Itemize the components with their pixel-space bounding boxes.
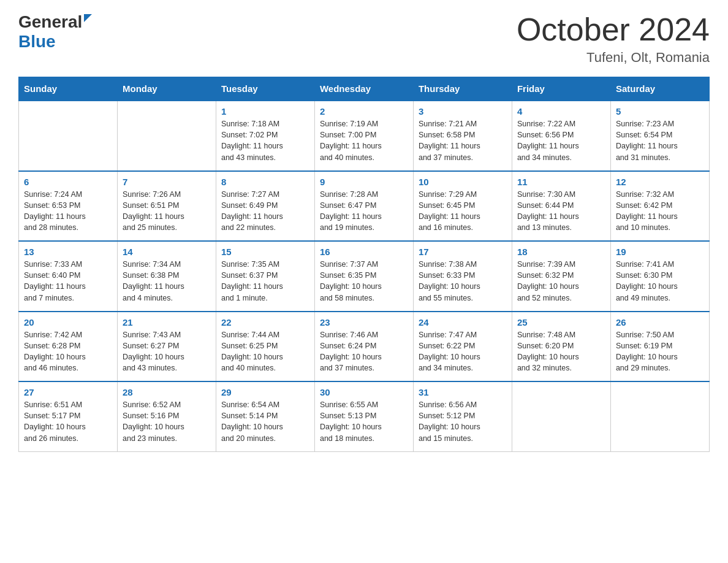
day-info: Sunset: 6:56 PM <box>517 129 605 140</box>
week-row-3: 13Sunrise: 7:33 AMSunset: 6:40 PMDayligh… <box>19 241 710 312</box>
day-info: Sunset: 5:17 PM <box>24 410 112 421</box>
day-number: 2 <box>320 106 408 117</box>
day-info: Sunset: 6:54 PM <box>616 129 704 140</box>
day-info: and 18 minutes. <box>320 433 408 444</box>
week-row-4: 20Sunrise: 7:42 AMSunset: 6:28 PMDayligh… <box>19 312 710 382</box>
day-info: and 25 minutes. <box>123 222 211 233</box>
day-info: Daylight: 10 hours <box>123 421 211 432</box>
header-sunday: Sunday <box>19 77 118 101</box>
day-info: Sunset: 6:53 PM <box>24 200 112 211</box>
day-info: and 13 minutes. <box>517 222 605 233</box>
day-info: Sunrise: 7:44 AM <box>221 329 309 340</box>
day-info: Sunset: 5:13 PM <box>320 410 408 421</box>
day-number: 1 <box>221 106 309 117</box>
day-number: 25 <box>517 317 605 327</box>
day-info: and 22 minutes. <box>221 222 309 233</box>
day-info: and 40 minutes. <box>320 152 408 163</box>
day-info: Daylight: 11 hours <box>221 140 309 151</box>
day-info: Sunset: 6:44 PM <box>517 200 605 211</box>
calendar-cell: 4Sunrise: 7:22 AMSunset: 6:56 PMDaylight… <box>512 101 610 171</box>
calendar-cell: 8Sunrise: 7:27 AMSunset: 6:49 PMDaylight… <box>216 171 314 242</box>
day-number: 11 <box>517 177 605 187</box>
calendar-cell: 10Sunrise: 7:29 AMSunset: 6:45 PMDayligh… <box>413 171 512 242</box>
day-info: and 40 minutes. <box>221 362 309 373</box>
header-monday: Monday <box>117 77 216 101</box>
day-info: Sunset: 6:40 PM <box>24 270 112 281</box>
day-info: Sunrise: 7:18 AM <box>221 118 309 129</box>
logo-blue-text: Blue <box>18 32 92 52</box>
day-number: 28 <box>123 387 211 397</box>
day-info: Daylight: 11 hours <box>221 281 309 292</box>
day-info: Daylight: 10 hours <box>517 281 605 292</box>
day-info: Daylight: 10 hours <box>517 351 605 362</box>
day-info: Sunrise: 7:19 AM <box>320 118 408 129</box>
day-info: Daylight: 11 hours <box>24 281 112 292</box>
logo-general-text: General <box>18 12 92 32</box>
day-info: Sunset: 6:20 PM <box>517 340 605 351</box>
day-info: and 49 minutes. <box>616 293 704 304</box>
day-number: 4 <box>517 106 605 117</box>
day-info: Sunset: 6:51 PM <box>123 200 211 211</box>
day-info: Sunrise: 7:22 AM <box>517 118 605 129</box>
header-wednesday: Wednesday <box>314 77 413 101</box>
calendar-cell: 25Sunrise: 7:48 AMSunset: 6:20 PMDayligh… <box>512 312 610 382</box>
day-info: and 52 minutes. <box>517 293 605 304</box>
day-info: Sunrise: 7:35 AM <box>221 259 309 270</box>
day-info: Daylight: 10 hours <box>419 351 507 362</box>
calendar-cell: 21Sunrise: 7:43 AMSunset: 6:27 PMDayligh… <box>117 312 216 382</box>
calendar-table: Sunday Monday Tuesday Wednesday Thursday… <box>18 77 710 452</box>
calendar-cell: 19Sunrise: 7:41 AMSunset: 6:30 PMDayligh… <box>610 241 709 312</box>
day-info: Daylight: 10 hours <box>24 351 112 362</box>
day-number: 18 <box>517 247 605 257</box>
day-number: 3 <box>419 106 507 117</box>
day-info: Daylight: 10 hours <box>419 421 507 432</box>
day-info: Daylight: 10 hours <box>320 281 408 292</box>
day-number: 16 <box>320 247 408 257</box>
day-number: 23 <box>320 317 408 327</box>
calendar-cell: 30Sunrise: 6:55 AMSunset: 5:13 PMDayligh… <box>314 381 413 451</box>
day-info: Daylight: 10 hours <box>616 351 704 362</box>
calendar-cell: 29Sunrise: 6:54 AMSunset: 5:14 PMDayligh… <box>216 381 314 451</box>
day-info: Sunset: 6:22 PM <box>419 340 507 351</box>
calendar-cell: 27Sunrise: 6:51 AMSunset: 5:17 PMDayligh… <box>19 381 118 451</box>
day-info: Daylight: 11 hours <box>616 140 704 151</box>
day-info: Daylight: 10 hours <box>221 421 309 432</box>
day-info: and 43 minutes. <box>123 362 211 373</box>
day-info: Sunrise: 7:29 AM <box>419 189 507 200</box>
day-info: and 1 minute. <box>221 293 309 304</box>
day-info: Sunrise: 7:27 AM <box>221 189 309 200</box>
day-info: Sunrise: 7:43 AM <box>123 329 211 340</box>
day-info: Sunrise: 7:48 AM <box>517 329 605 340</box>
calendar-cell: 6Sunrise: 7:24 AMSunset: 6:53 PMDaylight… <box>19 171 118 242</box>
day-info: Daylight: 11 hours <box>123 211 211 222</box>
day-info: Sunset: 7:02 PM <box>221 129 309 140</box>
day-number: 9 <box>320 177 408 187</box>
day-info: Sunrise: 7:34 AM <box>123 259 211 270</box>
day-info: Sunset: 6:42 PM <box>616 200 704 211</box>
day-info: Sunset: 5:16 PM <box>123 410 211 421</box>
day-info: Sunset: 6:24 PM <box>320 340 408 351</box>
day-info: and 55 minutes. <box>419 293 507 304</box>
day-info: and 37 minutes. <box>419 152 507 163</box>
day-info: and 46 minutes. <box>24 362 112 373</box>
day-info: Daylight: 11 hours <box>517 140 605 151</box>
calendar-cell: 17Sunrise: 7:38 AMSunset: 6:33 PMDayligh… <box>413 241 512 312</box>
day-number: 10 <box>419 177 507 187</box>
day-number: 13 <box>24 247 112 257</box>
day-info: Sunrise: 6:54 AM <box>221 399 309 410</box>
day-info: Sunrise: 7:37 AM <box>320 259 408 270</box>
day-info: Sunrise: 7:46 AM <box>320 329 408 340</box>
logo: General Blue <box>18 12 92 52</box>
day-info: Sunrise: 7:23 AM <box>616 118 704 129</box>
header-thursday: Thursday <box>413 77 512 101</box>
day-info: Sunset: 6:30 PM <box>616 270 704 281</box>
day-info: Sunset: 5:12 PM <box>419 410 507 421</box>
day-info: and 31 minutes. <box>616 152 704 163</box>
day-info: Daylight: 11 hours <box>517 211 605 222</box>
day-info: Sunrise: 7:47 AM <box>419 329 507 340</box>
calendar-cell: 5Sunrise: 7:23 AMSunset: 6:54 PMDaylight… <box>610 101 709 171</box>
day-info: Sunrise: 7:33 AM <box>24 259 112 270</box>
day-info: Sunset: 6:49 PM <box>221 200 309 211</box>
week-row-2: 6Sunrise: 7:24 AMSunset: 6:53 PMDaylight… <box>19 171 710 242</box>
day-info: Daylight: 11 hours <box>320 211 408 222</box>
